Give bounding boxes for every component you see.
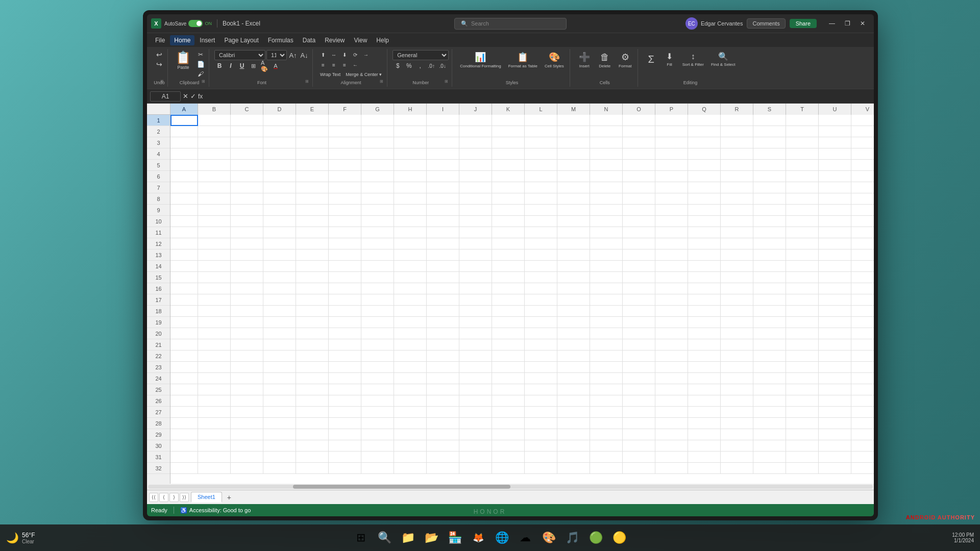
- cell-j31[interactable]: [459, 452, 492, 463]
- cell-d27[interactable]: [263, 407, 296, 418]
- cell-q31[interactable]: [688, 452, 721, 463]
- col-header-k[interactable]: K: [492, 104, 525, 115]
- row-header-21[interactable]: 21: [147, 339, 170, 350]
- cell-o7[interactable]: [623, 182, 655, 193]
- cell-s32[interactable]: [753, 463, 786, 474]
- increase-decimal-button[interactable]: .0↑: [426, 61, 436, 70]
- cell-e1[interactable]: [296, 115, 329, 126]
- cell-q13[interactable]: [688, 249, 721, 261]
- cell-d29[interactable]: [263, 429, 296, 440]
- cell-u20[interactable]: [819, 328, 851, 339]
- cell-m27[interactable]: [557, 407, 590, 418]
- menu-view[interactable]: View: [350, 35, 372, 45]
- cell-q10[interactable]: [688, 216, 721, 227]
- cell-o21[interactable]: [623, 339, 655, 350]
- cell-s17[interactable]: [753, 294, 786, 306]
- cell-i32[interactable]: [427, 463, 459, 474]
- cell-g31[interactable]: [361, 452, 394, 463]
- cell-v19[interactable]: [851, 317, 874, 328]
- cell-m26[interactable]: [557, 395, 590, 407]
- cell-p27[interactable]: [655, 407, 688, 418]
- cell-n9[interactable]: [590, 205, 623, 216]
- cell-n19[interactable]: [590, 317, 623, 328]
- cell-n5[interactable]: [590, 160, 623, 171]
- cell-a23[interactable]: [170, 362, 198, 373]
- cell-l24[interactable]: [525, 373, 557, 384]
- start-button[interactable]: ⊞: [350, 527, 372, 548]
- cell-b29[interactable]: [198, 429, 231, 440]
- cell-q24[interactable]: [688, 373, 721, 384]
- cell-c11[interactable]: [231, 227, 263, 238]
- align-left-button[interactable]: ≡: [318, 60, 328, 69]
- cell-v14[interactable]: [851, 261, 874, 272]
- indent-increase-button[interactable]: →: [361, 50, 371, 59]
- col-header-j[interactable]: J: [459, 104, 492, 115]
- cell-u26[interactable]: [819, 395, 851, 407]
- cell-b10[interactable]: [198, 216, 231, 227]
- cell-g17[interactable]: [361, 294, 394, 306]
- cell-t6[interactable]: [786, 171, 819, 182]
- cell-m8[interactable]: [557, 193, 590, 205]
- cell-s29[interactable]: [753, 429, 786, 440]
- cell-b13[interactable]: [198, 249, 231, 261]
- cell-u7[interactable]: [819, 182, 851, 193]
- taskbar-app2-button[interactable]: 🟡: [608, 527, 630, 548]
- cell-f14[interactable]: [329, 261, 361, 272]
- cell-r17[interactable]: [721, 294, 753, 306]
- copy-button[interactable]: 📄: [195, 60, 206, 69]
- cell-e24[interactable]: [296, 373, 329, 384]
- cell-t7[interactable]: [786, 182, 819, 193]
- cell-c7[interactable]: [231, 182, 263, 193]
- cell-h27[interactable]: [394, 407, 427, 418]
- cell-q18[interactable]: [688, 306, 721, 317]
- cell-j24[interactable]: [459, 373, 492, 384]
- cell-o32[interactable]: [623, 463, 655, 474]
- cell-v11[interactable]: [851, 227, 874, 238]
- fill-color-button[interactable]: A🎨: [259, 61, 270, 70]
- cell-e23[interactable]: [296, 362, 329, 373]
- cell-n30[interactable]: [590, 440, 623, 452]
- cell-f6[interactable]: [329, 171, 361, 182]
- cell-m10[interactable]: [557, 216, 590, 227]
- cell-c18[interactable]: [231, 306, 263, 317]
- cell-m13[interactable]: [557, 249, 590, 261]
- cell-t31[interactable]: [786, 452, 819, 463]
- cell-h28[interactable]: [394, 418, 427, 429]
- cell-f8[interactable]: [329, 193, 361, 205]
- row-header-29[interactable]: 29: [147, 429, 170, 440]
- cell-a27[interactable]: [170, 407, 198, 418]
- underline-button[interactable]: U: [237, 61, 247, 70]
- cell-g4[interactable]: [361, 148, 394, 160]
- cell-j26[interactable]: [459, 395, 492, 407]
- row-header-10[interactable]: 10: [147, 216, 170, 227]
- cell-j7[interactable]: [459, 182, 492, 193]
- cell-r13[interactable]: [721, 249, 753, 261]
- cell-m9[interactable]: [557, 205, 590, 216]
- col-header-q[interactable]: Q: [688, 104, 721, 115]
- font-family-selector[interactable]: Calibri: [214, 50, 265, 60]
- cell-j8[interactable]: [459, 193, 492, 205]
- cell-q30[interactable]: [688, 440, 721, 452]
- font-color-button[interactable]: A: [271, 61, 281, 70]
- cell-e31[interactable]: [296, 452, 329, 463]
- cell-e14[interactable]: [296, 261, 329, 272]
- cell-s10[interactable]: [753, 216, 786, 227]
- cell-d19[interactable]: [263, 317, 296, 328]
- cell-s2[interactable]: [753, 126, 786, 137]
- taskbar-file-explorer-button[interactable]: 📁: [397, 527, 419, 548]
- cell-h21[interactable]: [394, 339, 427, 350]
- taskbar-browser-button[interactable]: 🦊: [468, 527, 489, 548]
- cell-u31[interactable]: [819, 452, 851, 463]
- conditional-formatting-button[interactable]: 📊 Conditional Formatting: [457, 50, 503, 70]
- cell-n10[interactable]: [590, 216, 623, 227]
- cell-r24[interactable]: [721, 373, 753, 384]
- cell-o30[interactable]: [623, 440, 655, 452]
- cell-m3[interactable]: [557, 137, 590, 148]
- cell-v12[interactable]: [851, 238, 874, 249]
- merge-center-button[interactable]: Merge & Center ▾: [344, 71, 384, 78]
- cell-r21[interactable]: [721, 339, 753, 350]
- row-header-24[interactable]: 24: [147, 373, 170, 384]
- cell-n26[interactable]: [590, 395, 623, 407]
- cell-u30[interactable]: [819, 440, 851, 452]
- row-header-22[interactable]: 22: [147, 350, 170, 362]
